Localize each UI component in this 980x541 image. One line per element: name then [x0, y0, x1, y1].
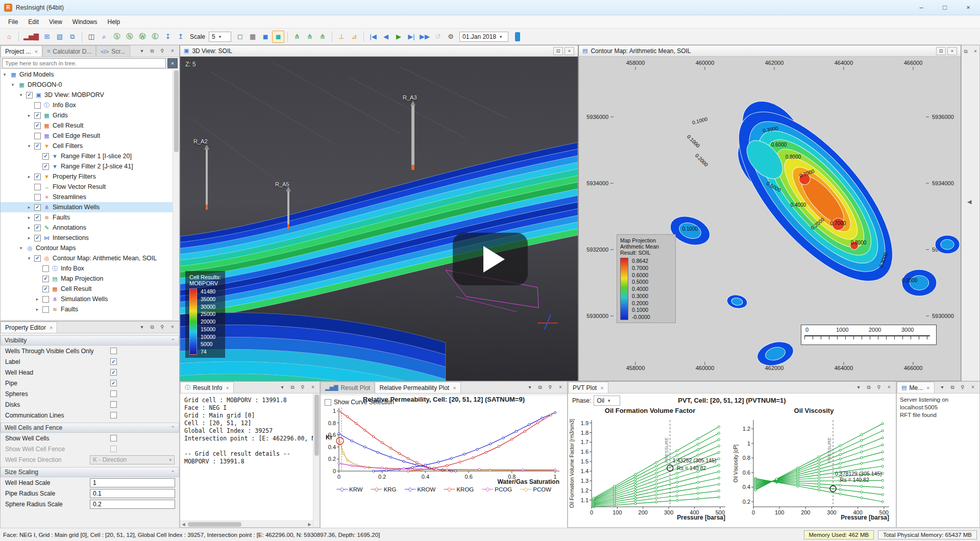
checkbox-communication-lines[interactable] — [110, 412, 117, 419]
result-info-float-button[interactable]: ⧉ — [288, 383, 297, 391]
legend-item-pcow[interactable]: ─◇─PCOW — [520, 486, 551, 493]
checkbox-label[interactable]: ✓ — [110, 358, 117, 365]
tree-vertical-scrollbar[interactable] — [173, 69, 179, 319]
dock-strip-close-button[interactable]: × — [971, 47, 979, 55]
tree-item-3d-view-mobporv[interactable]: ▾✓▣3D View: MOBPORV — [1, 90, 179, 100]
input-sphere-radius-scale[interactable] — [90, 500, 175, 509]
view-from-north-button[interactable]: Ⓝ — [124, 31, 136, 43]
search-clear-button[interactable]: × — [167, 58, 178, 68]
pvt-float-button[interactable]: ⧉ — [865, 383, 873, 391]
tab-scr[interactable]: </>Scr... — [96, 45, 130, 57]
tree-item-checkbox[interactable]: ✓ — [34, 174, 41, 180]
twisty-open-icon[interactable]: ▾ — [26, 256, 32, 261]
tree-item-info-box[interactable]: ⓘInfo Box — [1, 100, 179, 110]
animation-last-frame-button[interactable]: ▶▶ — [418, 31, 431, 43]
relperm-close-button[interactable]: × — [556, 383, 565, 391]
relperm-menu-button[interactable]: ▾ — [526, 383, 534, 391]
plot-window-button[interactable]: ▧ — [54, 31, 66, 43]
tree-item-cell-filters[interactable]: ▾✓▼Cell Filters — [1, 141, 179, 151]
section-header-well-cells-and-fence[interactable]: Well Cells and Fence⌃ — [1, 423, 179, 433]
polyline-measurement-button[interactable]: ⊿ — [348, 31, 360, 43]
twisty-closed-icon[interactable]: ▸ — [34, 297, 40, 302]
project-panel-close-button[interactable]: × — [168, 47, 177, 55]
twisty-closed-icon[interactable]: ▸ — [26, 113, 32, 118]
section-header-size-scaling[interactable]: Size Scaling⌃ — [1, 467, 179, 477]
legend-item-krg[interactable]: ─◇─KRG — [371, 486, 397, 493]
messages-float-button[interactable]: ⧉ — [948, 383, 957, 391]
twisty-open-icon[interactable]: ▾ — [10, 82, 16, 87]
tree-item-checkbox[interactable]: ✓ — [42, 286, 49, 292]
draw-style-lines-button[interactable]: ◻ — [234, 31, 246, 43]
draw-style-faults-button[interactable]: ◼ — [272, 31, 284, 43]
property-editor-menu-button[interactable]: ▾ — [138, 323, 146, 331]
tree-item-checkbox[interactable]: ✓ — [26, 92, 33, 99]
tree-item-checkbox[interactable] — [42, 265, 49, 272]
tab-close-icon[interactable]: × — [35, 48, 38, 55]
tree-item-checkbox[interactable]: ✓ — [34, 214, 41, 221]
tree-item-range-filter-2-j-slice-41[interactable]: ✓▼Range Filter 2 [J-slice 41] — [1, 161, 179, 171]
view3d-restore-button[interactable]: ⊡ — [553, 47, 563, 55]
menu-view[interactable]: View — [44, 16, 67, 28]
twisty-open-icon[interactable]: ▾ — [26, 143, 32, 149]
tab-property-editor[interactable]: Property Editor× — [1, 322, 57, 333]
tree-item-contour-maps[interactable]: ▾◎Contour Maps — [1, 243, 179, 253]
tree-item-checkbox[interactable]: ✓ — [42, 163, 49, 170]
snapshot-button[interactable]: ⧉ — [66, 31, 79, 43]
video-play-overlay[interactable] — [453, 233, 528, 285]
checkbox-show-well-cells[interactable] — [110, 435, 117, 441]
timestep-select[interactable]: 01.Jan 2018 ▾ — [459, 32, 508, 42]
legend-item-pcog[interactable]: ─◇─PCOG — [482, 486, 512, 493]
tree-item-checkbox[interactable]: ✓ — [34, 255, 41, 262]
tab-calculator-d[interactable]: ⌗Calculator D... — [42, 45, 96, 57]
contour-close-button[interactable]: × — [947, 47, 957, 55]
legend-item-krog[interactable]: ─◇─KROG — [444, 486, 474, 493]
scrollbar-thumb[interactable] — [188, 522, 241, 527]
tab-relative-permeability-plot[interactable]: Relative Permeability Plot× — [375, 382, 460, 393]
contour-map-viewport[interactable]: 4580004580004600004600004620004620004640… — [579, 57, 961, 381]
property-editor-float-button[interactable]: ⧉ — [148, 323, 156, 331]
zoom-all-button[interactable]: ⌕ — [98, 31, 110, 43]
tree-item-faults[interactable]: ▸✓≋Faults — [1, 212, 179, 223]
project-panel-pin-button[interactable]: ⚲ — [158, 47, 166, 55]
new-3d-view-button[interactable]: ⊞ — [41, 31, 53, 43]
animation-play-button[interactable]: ▶ — [393, 31, 405, 43]
tree-item-intersections[interactable]: ▸✓⋈Intersections — [1, 233, 179, 243]
tab-result-info[interactable]: ⓘResult Info× — [180, 382, 234, 393]
menu-edit[interactable]: Edit — [23, 16, 44, 28]
menu-file[interactable]: File — [3, 16, 23, 28]
tree-item-annotations[interactable]: ▸✓✎Annotations — [1, 223, 179, 233]
titlebar[interactable]: R ResInsight (64bit) – □ × — [0, 0, 980, 15]
animation-settings-button[interactable]: ⚙ — [445, 31, 457, 43]
twisty-closed-icon[interactable]: ▸ — [34, 307, 40, 312]
close-button[interactable]: × — [957, 0, 980, 15]
memory-used-indicator[interactable]: Memory Used: 462 MB — [804, 530, 874, 539]
property-editor-pin-button[interactable]: ⚲ — [158, 323, 166, 331]
pvt-close-button[interactable]: × — [885, 383, 893, 391]
draw-style-surface-button[interactable]: ◼ — [259, 31, 272, 43]
twisty-open-icon[interactable]: ▾ — [18, 92, 24, 97]
messages-menu-button[interactable]: ▾ — [938, 383, 946, 391]
tree-item-grids[interactable]: ▸✓▦Grids — [1, 110, 179, 120]
tree-item-checkbox[interactable]: ✓ — [42, 153, 49, 160]
horizontal-scrollbar[interactable]: ◀ ▶ — [180, 521, 313, 527]
view3d-close-button[interactable]: × — [565, 47, 574, 55]
tab-close-icon[interactable]: × — [453, 385, 456, 391]
twisty-closed-icon[interactable]: ▸ — [26, 174, 32, 179]
tree-item-streamlines[interactable]: ×Streamlines — [1, 192, 179, 202]
checkbox-spheres[interactable] — [110, 390, 117, 397]
menu-help[interactable]: Help — [103, 16, 126, 28]
scrollbar-thumb[interactable] — [314, 395, 319, 456]
tree-item-checkbox[interactable]: ✓ — [42, 276, 49, 282]
messages-pin-button[interactable]: ⚲ — [959, 383, 967, 391]
contour-restore-button[interactable]: ⊡ — [936, 47, 946, 55]
tree-item-checkbox[interactable]: ✓ — [34, 143, 41, 150]
select-well-fence-direction[interactable]: K - Direction▾ — [90, 455, 175, 464]
view-from-south-button[interactable]: Ⓢ — [111, 31, 123, 43]
tree-item-simulation-wells[interactable]: ▸⋔Simulation Wells — [1, 294, 179, 304]
viscosity-chart[interactable]: 01002003004005000.20.40.60.811.2Pressure… — [732, 416, 894, 521]
checkbox-disks[interactable] — [110, 401, 117, 408]
view-from-west-button[interactable]: Ⓦ — [136, 31, 149, 43]
open-project-button[interactable]: ⌂ — [3, 31, 15, 43]
twisty-open-icon[interactable]: ▾ — [18, 245, 24, 251]
collapse-left-icon[interactable]: ◀ — [967, 199, 971, 205]
